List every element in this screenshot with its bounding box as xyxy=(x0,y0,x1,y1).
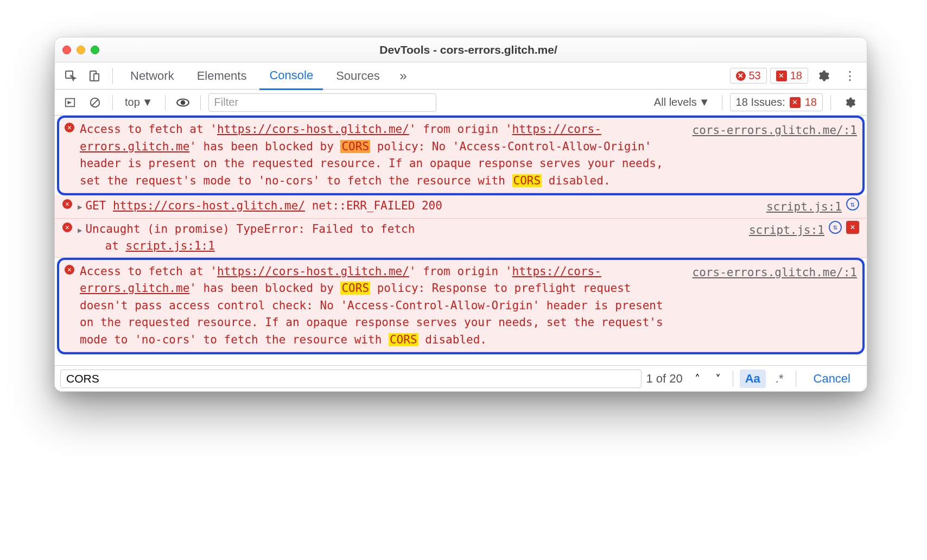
issue-icon: ✕ xyxy=(776,71,787,81)
source-link[interactable]: cors-errors.glitch.me/:1 xyxy=(693,121,857,139)
devtools-window: DevTools - cors-errors.glitch.me/ Networ… xyxy=(54,37,867,392)
filter-placeholder: Filter xyxy=(214,96,238,109)
separator xyxy=(796,371,796,387)
issue-count-badge[interactable]: ✕ 18 xyxy=(770,68,808,84)
chevron-down-icon: ▼ xyxy=(699,96,710,109)
live-expression-icon[interactable] xyxy=(173,93,193,112)
error-message: ▶Uncaught (in promise) TypeError: Failed… xyxy=(78,221,738,255)
window-title: DevTools - cors-errors.glitch.me/ xyxy=(110,43,859,56)
next-match-button[interactable]: ˅ xyxy=(710,372,726,385)
settings-icon[interactable] xyxy=(811,69,835,82)
tab-network[interactable]: Network xyxy=(120,63,184,88)
tab-elements[interactable]: Elements xyxy=(187,63,257,88)
error-message: ▶GET https://cors-host.glitch.me/ net::E… xyxy=(78,198,755,215)
inspect-element-icon[interactable] xyxy=(60,66,81,86)
prev-match-button[interactable]: ˄ xyxy=(689,372,706,385)
more-tabs-icon[interactable]: » xyxy=(393,66,414,86)
separator xyxy=(830,95,831,110)
error-icon: ✕ xyxy=(65,123,74,132)
search-input[interactable] xyxy=(60,370,642,388)
svg-point-6 xyxy=(180,100,185,105)
error-icon: ✕ xyxy=(736,71,746,81)
chevron-down-icon: ▼ xyxy=(142,96,153,109)
expand-icon[interactable]: ▶ xyxy=(78,226,82,234)
console-error-entry[interactable]: ✕ ▶GET https://cors-host.glitch.me/ net:… xyxy=(55,195,867,219)
device-toolbar-icon[interactable] xyxy=(84,66,105,86)
window-controls xyxy=(62,46,99,54)
separator xyxy=(112,68,113,84)
console-settings-icon[interactable] xyxy=(839,97,861,109)
console-toolbar: top ▼ Filter All levels ▼ 18 Issues: ✕ 1… xyxy=(55,90,867,116)
svg-rect-2 xyxy=(94,74,99,81)
log-levels-selector[interactable]: All levels ▼ xyxy=(650,94,714,110)
clear-console-icon[interactable] xyxy=(85,93,105,112)
maximize-window-button[interactable] xyxy=(91,46,99,54)
toggle-sidebar-icon[interactable] xyxy=(60,93,80,112)
search-highlight-current: CORS xyxy=(340,140,370,153)
error-count-badge[interactable]: ✕ 53 xyxy=(730,68,767,84)
issue-count: 18 xyxy=(790,69,802,82)
search-highlight: CORS xyxy=(512,174,542,187)
error-icon: ✕ xyxy=(62,199,72,209)
filter-input[interactable]: Filter xyxy=(208,93,436,112)
source-link[interactable]: script.js:1 xyxy=(766,198,842,216)
error-icon: ✕ xyxy=(62,222,72,232)
search-highlight: CORS xyxy=(340,282,370,295)
match-case-toggle[interactable]: Aa xyxy=(740,370,766,388)
tab-console[interactable]: Console xyxy=(259,63,323,90)
context-selector[interactable]: top ▼ xyxy=(120,94,157,110)
search-match-count: 1 of 20 xyxy=(646,372,682,386)
main-tabs-row: Network Elements Console Sources » ✕ 53 … xyxy=(55,62,867,90)
console-error-entry[interactable]: ✕ ▶Uncaught (in promise) TypeError: Fail… xyxy=(55,219,867,258)
tab-sources[interactable]: Sources xyxy=(326,63,390,88)
issue-link-icon[interactable]: ✕ xyxy=(846,221,859,234)
cancel-search-button[interactable]: Cancel xyxy=(803,370,861,388)
console-blank-row xyxy=(55,354,867,365)
error-icon: ✕ xyxy=(65,265,74,275)
close-window-button[interactable] xyxy=(62,46,71,54)
issues-label: 18 Issues: xyxy=(736,96,785,109)
replay-xhr-icon[interactable]: ⇅ xyxy=(829,221,842,234)
issues-count: 18 xyxy=(805,96,817,109)
separator xyxy=(200,95,201,110)
error-message: Access to fetch at 'https://cors-host.gl… xyxy=(80,121,682,189)
console-output: ✕ Access to fetch at 'https://cors-host.… xyxy=(55,118,867,365)
source-link[interactable]: script.js:1 xyxy=(749,221,824,239)
console-error-entry[interactable]: ✕ Access to fetch at 'https://cors-host.… xyxy=(59,260,862,353)
separator xyxy=(733,371,733,387)
issues-button[interactable]: 18 Issues: ✕ 18 xyxy=(730,93,823,111)
more-options-icon[interactable]: ⋮ xyxy=(839,69,861,83)
search-highlight: CORS xyxy=(389,333,418,346)
search-bar: 1 of 20 ˄ ˅ Aa .* Cancel xyxy=(55,365,867,391)
error-message: Access to fetch at 'https://cors-host.gl… xyxy=(80,263,682,349)
error-count: 53 xyxy=(749,69,761,82)
separator xyxy=(722,95,722,110)
separator xyxy=(165,95,166,110)
titlebar: DevTools - cors-errors.glitch.me/ xyxy=(55,37,867,62)
separator xyxy=(112,95,113,110)
expand-icon[interactable]: ▶ xyxy=(78,202,82,211)
levels-label: All levels xyxy=(654,96,697,109)
source-link[interactable]: cors-errors.glitch.me/:1 xyxy=(693,263,857,282)
regex-toggle[interactable]: .* xyxy=(770,370,789,388)
issue-icon: ✕ xyxy=(790,97,801,108)
minimize-window-button[interactable] xyxy=(77,46,85,54)
console-error-entry[interactable]: ✕ Access to fetch at 'https://cors-host.… xyxy=(59,118,862,193)
context-label: top xyxy=(125,96,140,109)
replay-xhr-icon[interactable]: ⇅ xyxy=(846,198,859,211)
